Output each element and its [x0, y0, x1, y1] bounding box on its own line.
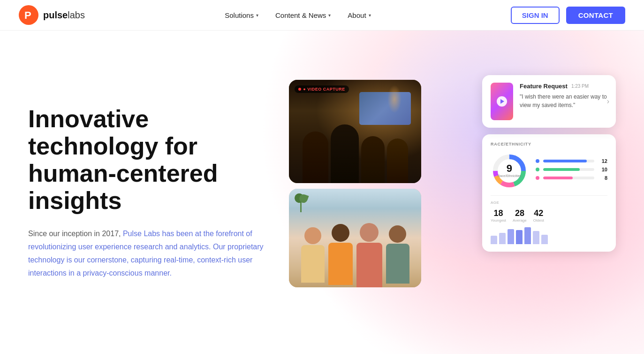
nav-about-label: About — [348, 11, 366, 19]
hero-section: Innovative technology for human-centered… — [0, 31, 644, 354]
person-1 — [301, 227, 325, 287]
header-actions: SIGN IN CONTACT — [511, 7, 625, 24]
contact-button[interactable]: CONTACT — [566, 7, 625, 24]
race-bar-row-1: 12 — [536, 158, 607, 164]
age-stats: 18 Youngest 28 Average 42 Oldest — [491, 208, 607, 223]
video-capture-text: ● VIDEO CAPTURE — [303, 87, 345, 92]
rec-dot — [298, 88, 301, 91]
hero-heading: Innovative technology for human-centered… — [28, 105, 265, 215]
logo-pulse: pulse — [43, 10, 68, 20]
chevron-down-icon: ▾ — [369, 13, 371, 18]
race-ethnicity-widget: RACE/ETHNICITY — [482, 134, 616, 252]
race-bars: 12 10 — [536, 158, 607, 184]
plant-decoration — [293, 189, 309, 215]
signin-button[interactable]: SIGN IN — [511, 7, 560, 24]
race-dot-3 — [536, 176, 539, 180]
race-widget-title: RACE/ETHNICITY — [491, 142, 607, 146]
age-label: AGE — [491, 200, 607, 205]
feature-request-title-row: Feature Request 1:23 PM — [520, 83, 607, 90]
silhouette-person-2 — [331, 124, 359, 183]
race-bar-fill-1 — [543, 160, 587, 162]
tv-photo-card: ● VIDEO CAPTURE — [289, 80, 421, 183]
silhouette-person-1 — [303, 131, 328, 183]
phone-mockup-thumbnail — [491, 83, 513, 120]
widgets-column: Feature Request 1:23 PM "I wish there we… — [482, 75, 616, 252]
nav-solutions-label: Solutions — [225, 11, 254, 19]
race-bar-fill-2 — [543, 168, 580, 171]
lamp-glow — [387, 85, 402, 113]
age-oldest-num: 42 — [533, 208, 544, 218]
feature-request-text: "I wish there were an easier way to view… — [520, 92, 607, 109]
age-bar-6 — [533, 231, 539, 244]
feature-request-content: Feature Request 1:23 PM "I wish there we… — [520, 83, 607, 109]
age-stat-average: 28 Average — [513, 208, 527, 223]
chevron-down-icon: ▾ — [256, 13, 258, 18]
age-youngest-num: 18 — [491, 208, 506, 218]
tv-screen — [359, 92, 411, 125]
play-triangle-icon — [500, 99, 504, 104]
donut-chart: 9 Race/Ethnicities — [491, 152, 528, 190]
person-2 — [328, 224, 353, 287]
hero-body: Since our inception in 2017, Pulse Labs … — [28, 227, 265, 280]
age-bar-2 — [499, 233, 506, 244]
age-bar-chart — [491, 227, 607, 244]
age-section: AGE 18 Youngest 28 Average 42 Oldest — [491, 195, 607, 244]
video-capture-badge: ● VIDEO CAPTURE — [295, 85, 349, 93]
race-widget-main: 9 Race/Ethnicities 12 — [491, 152, 607, 190]
hero-body-text: Since our inception in 2017, — [28, 230, 123, 238]
feature-request-time: 1:23 PM — [571, 84, 589, 89]
age-bar-3 — [508, 229, 514, 244]
race-bar-track-3 — [543, 177, 594, 179]
race-bar-track-2 — [543, 168, 594, 171]
race-bar-row-2: 10 — [536, 167, 607, 172]
age-stat-oldest: 42 Oldest — [533, 208, 544, 223]
chevron-down-icon: ▾ — [328, 13, 331, 18]
age-bar-7 — [541, 235, 548, 244]
header: P pulselabs Solutions ▾ Content & News ▾… — [0, 0, 644, 31]
age-oldest-label: Oldest — [533, 218, 544, 223]
feature-request-widget: Feature Request 1:23 PM "I wish there we… — [482, 75, 616, 128]
group-photo-card — [289, 189, 421, 287]
hero-content-right: ● VIDEO CAPTURE — [275, 75, 616, 310]
logo-labs: labs — [68, 10, 85, 20]
tv-scene — [289, 80, 421, 183]
age-bar-1 — [491, 236, 497, 244]
nav-content-label: Content & News — [275, 11, 326, 19]
logo-icon: P — [19, 5, 38, 25]
race-bar-fill-3 — [543, 177, 573, 179]
donut-number: 9 — [498, 163, 521, 174]
age-bar-4 — [516, 230, 523, 244]
person-4 — [386, 225, 409, 287]
feature-request-title: Feature Request — [520, 83, 568, 90]
race-dot-2 — [536, 168, 539, 171]
person-3 — [356, 223, 382, 287]
race-bar-track-1 — [543, 160, 594, 162]
nav-content-news[interactable]: Content & News ▾ — [275, 11, 331, 19]
age-average-num: 28 — [513, 208, 527, 218]
play-button-icon[interactable] — [497, 96, 507, 107]
donut-label: Race/Ethnicities — [498, 174, 521, 178]
svg-text:P: P — [24, 9, 31, 21]
race-dot-1 — [536, 159, 539, 163]
hero-content-left: Innovative technology for human-centered… — [28, 105, 275, 280]
main-nav: Solutions ▾ Content & News ▾ About ▾ — [225, 11, 371, 19]
logo-wordmark: pulselabs — [43, 10, 85, 21]
nav-solutions[interactable]: Solutions ▾ — [225, 11, 258, 19]
race-bar-value-2: 10 — [598, 167, 607, 172]
nav-about[interactable]: About ▾ — [348, 11, 371, 19]
race-bar-value-1: 12 — [598, 158, 607, 164]
group-scene — [289, 189, 421, 287]
race-bar-value-3: 8 — [598, 175, 607, 181]
age-stat-youngest: 18 Youngest — [491, 208, 506, 223]
logo[interactable]: P pulselabs — [19, 5, 85, 25]
silhouette-person-3 — [361, 136, 385, 183]
chevron-right-icon[interactable]: › — [607, 97, 609, 106]
age-bar-5 — [524, 227, 531, 244]
race-bar-row-3: 8 — [536, 175, 607, 181]
donut-center: 9 Race/Ethnicities — [498, 163, 521, 178]
age-average-label: Average — [513, 218, 527, 223]
photos-column: ● VIDEO CAPTURE — [289, 80, 421, 287]
silhouette-person-4 — [387, 139, 408, 183]
age-youngest-label: Youngest — [491, 218, 506, 223]
